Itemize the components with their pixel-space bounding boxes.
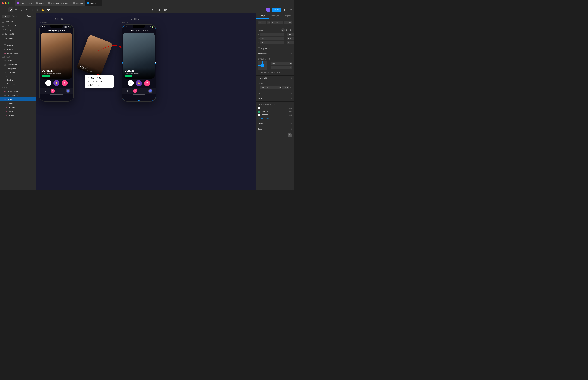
plus-tab-icon2[interactable]: +: [141, 89, 145, 93]
add-stroke[interactable]: +: [291, 98, 292, 100]
color-swatch-2[interactable]: [258, 111, 260, 113]
align-bottom[interactable]: ⊟: [280, 21, 283, 24]
tab-prototype[interactable]: Prototype 2023: [15, 0, 34, 6]
dislike-btn2[interactable]: ✕: [128, 80, 134, 86]
like-btn2[interactable]: ♥: [144, 80, 150, 86]
eye-icon[interactable]: 👁: [290, 86, 292, 88]
layer-item-swipeleft2[interactable]: ✥ Swipe Left/2: [0, 71, 36, 75]
minimize-button[interactable]: [5, 2, 7, 4]
assets-tab[interactable]: Assets: [11, 15, 19, 18]
h-input[interactable]: [287, 37, 294, 40]
tab-untitled1[interactable]: Untitled: [34, 0, 46, 6]
layer-item-group3032[interactable]: ▤ Group 3032: [0, 32, 36, 36]
blend-mode-select[interactable]: Pass through: [260, 86, 281, 89]
tab-drag[interactable]: Drag Gesture - Untitled: [46, 0, 71, 6]
more-options-button[interactable]: ⋯: [290, 1, 292, 5]
w-value[interactable]: 222: [90, 80, 94, 83]
play-button[interactable]: ▶: [282, 7, 287, 12]
layer-item-reactionsicons[interactable]: ▤ Reactions Icons: [0, 93, 36, 97]
layer-item-john[interactable]: ◇ John: [0, 101, 36, 105]
zoom-level[interactable]: 78%: [289, 9, 292, 11]
corner-input[interactable]: [287, 41, 294, 44]
color-swatch-1[interactable]: [258, 107, 260, 109]
layer-item-background1[interactable]: ○ Background: [0, 67, 36, 71]
close-button[interactable]: [2, 2, 4, 4]
frame-icon-portrait[interactable]: □: [281, 28, 284, 32]
tab-close-button[interactable]: ✕: [98, 2, 100, 4]
text-tool[interactable]: T: [30, 7, 35, 12]
message-tab-icon[interactable]: [66, 89, 70, 93]
distribute-h[interactable]: ⊟: [284, 21, 287, 24]
cursor-tool[interactable]: ↖: [3, 7, 8, 12]
h-value[interactable]: 318: [99, 80, 102, 83]
x-value[interactable]: -366: [90, 77, 94, 79]
fix-scroll-checkbox[interactable]: [258, 71, 260, 74]
heart-tab-icon[interactable]: ♥: [51, 89, 55, 93]
selection-handle-left[interactable]: [122, 62, 123, 64]
pen-tool[interactable]: ✒: [24, 7, 29, 12]
maximize-button[interactable]: [8, 2, 9, 4]
design-tab[interactable]: Design: [256, 13, 269, 19]
phone2-profile-card[interactable]: Dan, 28 📍 FREMONT • 12 KMS AWAY Active N…: [123, 33, 155, 78]
layer-item-tabbar2[interactable]: Tab Bar: [0, 78, 36, 82]
layer-item-tabbar1[interactable]: Tab Bar: [0, 43, 36, 47]
rotation-input[interactable]: [260, 41, 284, 44]
layer-item-benjamin[interactable]: ◇ Benjamin: [0, 105, 36, 110]
see-all-colors[interactable]: See all 9 colors: [258, 117, 292, 119]
share-button[interactable]: Share: [272, 8, 281, 12]
like-button[interactable]: ♥: [62, 80, 68, 86]
clip-content-checkbox[interactable]: [258, 47, 260, 50]
align-right[interactable]: ⬛: [267, 21, 270, 24]
rotation-value[interactable]: 21°: [90, 84, 93, 86]
floating-card[interactable]: John, 27 SAN FRANCISCO • 20 KMS AWAY: [76, 34, 113, 77]
grid-tool[interactable]: [14, 7, 19, 12]
shape-tool[interactable]: □: [19, 7, 24, 12]
add-fill[interactable]: +: [291, 92, 292, 95]
x-input[interactable]: [260, 33, 284, 36]
phone2[interactable]: 327 × 516 9:41 ▐▐▐⦾🔋 ‹ Find your partner: [122, 24, 156, 102]
distribute-v[interactable]: ⊟: [288, 21, 292, 24]
add-export[interactable]: +: [291, 128, 292, 130]
y-value[interactable]: 36: [99, 77, 101, 79]
opacity-input[interactable]: [282, 86, 289, 89]
page-selector[interactable]: Page 1 ▾: [27, 15, 34, 17]
selection-handle-right[interactable]: [155, 62, 156, 64]
comment-tool[interactable]: 💬: [46, 7, 51, 12]
add-effect[interactable]: +: [291, 123, 292, 125]
superlike-button[interactable]: ⭐: [54, 80, 60, 86]
layer-item-rect477[interactable]: Rectangle 477: [0, 20, 36, 24]
phone1-profile-card[interactable]: John, 27 📍 SAN FRANCISCO • 20 KMS AWAY A…: [41, 33, 72, 78]
superlike-btn2[interactable]: ⭐: [136, 80, 142, 86]
prototype-tab[interactable]: Prototype: [269, 13, 282, 19]
add-tab-button[interactable]: +: [102, 0, 106, 6]
move-tool[interactable]: [8, 7, 13, 12]
canvas[interactable]: Screen 1 Swipe Left/1 9:41 ▐▐▐⦾🔋: [36, 13, 256, 190]
layer-item-rect476[interactable]: Rectangle 476: [0, 24, 36, 28]
layer-item-actionbutton1[interactable]: ▤ Action Button: [0, 63, 36, 67]
layer-item-william[interactable]: ◇ William: [0, 114, 36, 118]
selection-handle-top[interactable]: [138, 24, 140, 25]
align-left[interactable]: ⬛: [258, 21, 262, 24]
add-layout-grid[interactable]: +: [291, 77, 292, 79]
message-tab-icon2[interactable]: [148, 89, 152, 93]
home-tab-icon[interactable]: ⌂: [43, 89, 47, 93]
home-icon[interactable]: ⌂: [12, 2, 13, 4]
corner-value[interactable]: 0: [99, 84, 100, 86]
home-tab-icon2[interactable]: ⌂: [125, 89, 129, 93]
layer-item-homeindicator2[interactable]: ◇ HomeIndicator: [0, 89, 36, 93]
plus-tab-icon[interactable]: +: [58, 89, 62, 93]
align-center-h[interactable]: ⊟: [263, 21, 266, 24]
style-tool[interactable]: ✦: [150, 7, 155, 12]
asset-tool[interactable]: ◧▾: [163, 7, 168, 12]
layer-item-frame166[interactable]: Frame 166: [0, 82, 36, 86]
heart-tab-icon2[interactable]: ♥: [133, 89, 137, 93]
avatar[interactable]: A: [266, 8, 270, 12]
hand-tool[interactable]: ✋: [41, 7, 45, 12]
layer-item-cards1[interactable]: ▤ Cards: [0, 58, 36, 63]
color-swatch-3[interactable]: [258, 114, 260, 116]
layer-item-aidan[interactable]: ◇ Aidan: [0, 110, 36, 114]
inspect-tab[interactable]: Inspect: [281, 13, 294, 19]
layer-item-arrow6[interactable]: ↗ Arrow 6: [0, 28, 36, 32]
y-input[interactable]: [287, 33, 294, 36]
phone1[interactable]: 9:41 ▐▐▐⦾🔋 ‹ Find your partner: [39, 24, 74, 102]
